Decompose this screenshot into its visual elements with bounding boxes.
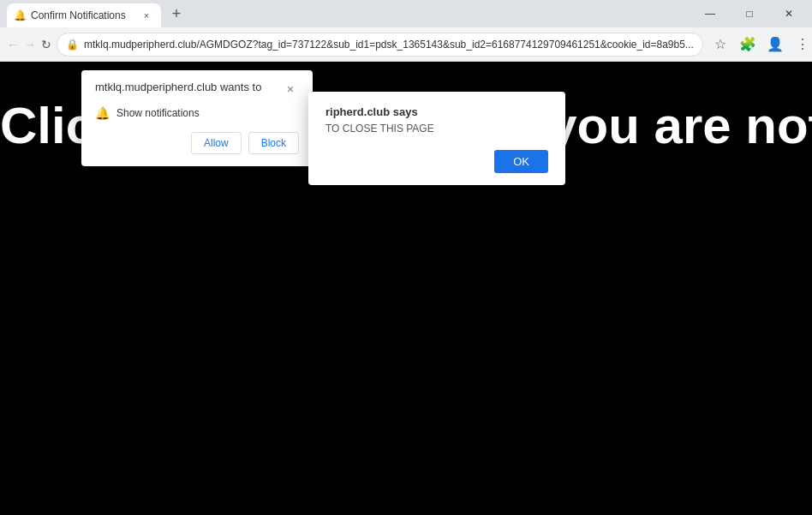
tab-close-button[interactable]: × <box>139 8 154 23</box>
bookmark-star-icon[interactable]: ☆ <box>708 33 732 57</box>
notif-close-button[interactable]: × <box>282 81 299 98</box>
bell-icon: 🔔 <box>95 106 110 120</box>
tab-favicon: 🔔 <box>14 9 26 21</box>
browser-tab[interactable]: 🔔 Confirm Notifications × <box>7 3 161 27</box>
notif-permission-text: Show notifications <box>116 107 200 119</box>
toolbar-icons: ☆ 🧩 👤 ⋮ <box>708 33 812 57</box>
alert-dialog-title: ripherd.club says <box>325 105 548 118</box>
extensions-icon[interactable]: 🧩 <box>736 33 760 57</box>
new-tab-button[interactable]: + <box>164 2 188 26</box>
back-button[interactable]: ← <box>7 33 19 57</box>
address-omnibox[interactable]: 🔒 mtklq.mudperipherd.club/AGMDGOZ?tag_id… <box>57 33 703 57</box>
allow-button[interactable]: Allow <box>191 132 242 154</box>
maximize-button[interactable]: □ <box>730 0 769 27</box>
ok-button[interactable]: OK <box>494 150 548 173</box>
forward-button[interactable]: → <box>24 33 36 57</box>
account-icon[interactable]: 👤 <box>763 33 787 57</box>
alert-dialog: ripherd.club says TO CLOSE THIS PAGE OK <box>308 92 565 185</box>
url-text: mtklq.mudperipherd.club/AGMDGOZ?tag_id=7… <box>84 39 694 51</box>
notif-dialog-title: mtklq.mudperipherd.club wants to <box>95 81 261 95</box>
minimize-button[interactable]: — <box>690 0 730 27</box>
page-content: Clic ripherd.club says you are not mtklq… <box>0 62 812 515</box>
alert-dialog-message: TO CLOSE THIS PAGE <box>325 122 548 136</box>
tab-strip: 🔔 Confirm Notifications × + <box>0 0 690 27</box>
refresh-button[interactable]: ↻ <box>41 33 51 57</box>
alert-dialog-buttons: OK <box>325 150 548 173</box>
notif-permission-row: 🔔 Show notifications <box>95 106 299 120</box>
lock-icon: 🔒 <box>66 39 79 51</box>
notif-dialog-header: mtklq.mudperipherd.club wants to × <box>95 81 299 98</box>
close-button[interactable]: ✕ <box>769 0 809 27</box>
tab-title: Confirm Notifications <box>31 9 134 21</box>
menu-icon[interactable]: ⋮ <box>791 33 812 57</box>
block-button[interactable]: Block <box>248 132 299 154</box>
window-controls: — □ ✕ <box>690 0 812 27</box>
address-bar: ← → ↻ 🔒 mtklq.mudperipherd.club/AGMDGOZ?… <box>0 27 812 62</box>
notif-dialog-buttons: Allow Block <box>95 132 299 154</box>
browser-window: 🔔 Confirm Notifications × + — □ ✕ ← → ↻ … <box>0 0 812 515</box>
title-bar: 🔔 Confirm Notifications × + — □ ✕ <box>0 0 812 27</box>
notification-permission-dialog: mtklq.mudperipherd.club wants to × 🔔 Sho… <box>81 70 313 166</box>
